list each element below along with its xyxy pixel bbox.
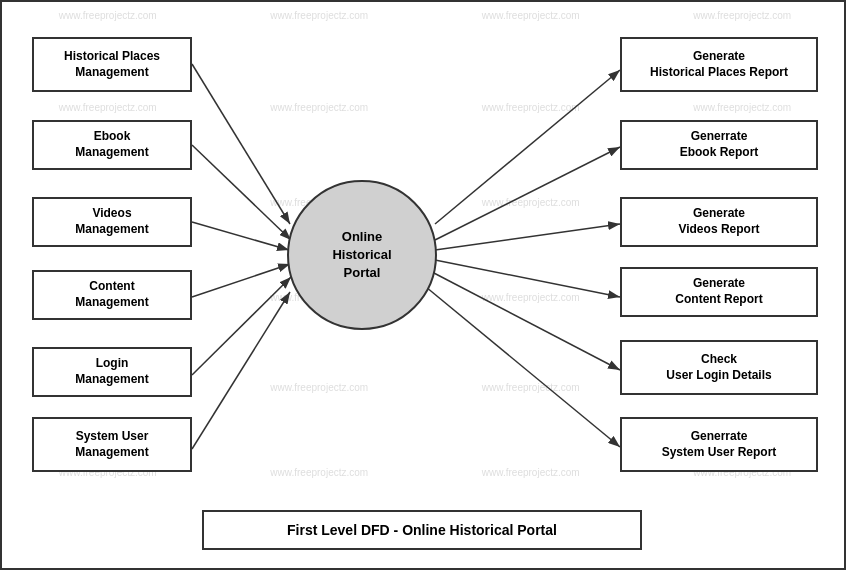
diagram-container: www.freeprojectz.com www.freeprojectz.co…	[2, 2, 846, 570]
svg-line-8	[435, 147, 620, 240]
generate-videos-report-box: GenerateVideos Report	[620, 197, 818, 247]
svg-line-1	[192, 64, 290, 224]
svg-line-5	[192, 277, 291, 375]
generate-historical-report-box: GenerateHistorical Places Report	[620, 37, 818, 92]
svg-line-6	[192, 292, 290, 449]
svg-line-11	[432, 272, 620, 370]
check-user-login-box: CheckUser Login Details	[620, 340, 818, 395]
watermark-top: www.freeprojectz.com www.freeprojectz.co…	[2, 10, 846, 21]
videos-management-box: VideosManagement	[32, 197, 192, 247]
generate-ebook-report-box: GenerrateEbook Report	[620, 120, 818, 170]
content-management-box: ContentManagement	[32, 270, 192, 320]
svg-line-12	[426, 287, 620, 447]
generate-content-report-box: GenerateContent Report	[620, 267, 818, 317]
historical-places-box: Historical Places Management	[32, 37, 192, 92]
login-management-box: LoginManagement	[32, 347, 192, 397]
generate-system-user-report-box: GenerrateSystem User Report	[620, 417, 818, 472]
svg-line-10	[435, 260, 620, 297]
svg-line-4	[192, 264, 290, 297]
svg-line-2	[192, 145, 291, 240]
title-box: First Level DFD - Online Historical Port…	[202, 510, 642, 550]
ebook-management-box: EbookManagement	[32, 120, 192, 170]
system-user-management-box: System UserManagement	[32, 417, 192, 472]
svg-line-9	[435, 224, 620, 250]
center-circle: OnlineHistoricalPortal	[287, 180, 437, 330]
svg-line-3	[192, 222, 289, 250]
watermark-row2: www.freeprojectz.com www.freeprojectz.co…	[2, 102, 846, 113]
svg-line-7	[435, 70, 620, 224]
